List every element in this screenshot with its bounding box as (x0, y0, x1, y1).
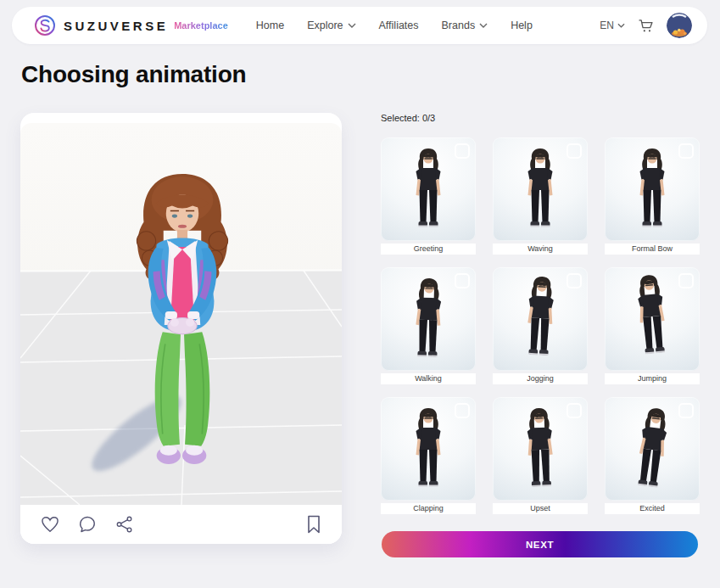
bookmark-icon (306, 515, 321, 534)
comment-icon (78, 515, 97, 534)
chevron-down-icon (617, 23, 625, 28)
brand-name: SUZUVERSE (64, 19, 168, 33)
nav-explore[interactable]: Explore (307, 20, 355, 31)
character-viewport-3d[interactable] (20, 123, 342, 505)
preview-action-bar (20, 505, 342, 544)
select-checkbox[interactable] (455, 273, 470, 288)
chevron-down-icon (479, 23, 488, 28)
animation-option-upset: Upset (493, 397, 588, 514)
suzuverse-logo-icon (34, 14, 56, 36)
user-avatar[interactable] (667, 13, 692, 38)
animation-option-clapping: Clapping (381, 397, 476, 514)
nav-brands-label: Brands (442, 20, 476, 31)
thumbnail-excited[interactable] (605, 397, 700, 501)
language-label: EN (600, 20, 614, 31)
character-figure (622, 272, 680, 361)
thumbnail-clapping[interactable] (381, 397, 476, 501)
character-figure (513, 275, 568, 362)
thumbnail-jumping[interactable] (605, 267, 700, 371)
animation-option-excited: Excited (605, 397, 700, 514)
nav-help[interactable]: Help (511, 20, 533, 31)
nav-explore-label: Explore (307, 20, 343, 31)
animation-option-jumping: Jumping (605, 267, 700, 384)
select-checkbox[interactable] (678, 143, 694, 159)
thumbnail-label: Jumping (605, 373, 700, 384)
nav-affiliates[interactable]: Affiliates (379, 20, 419, 31)
chevron-down-icon (348, 23, 356, 28)
nav-affiliates-label: Affiliates (379, 20, 419, 31)
select-checkbox[interactable] (567, 273, 582, 288)
thumbnail-label: Greeting (381, 244, 476, 255)
thumbnail-waving[interactable] (493, 137, 588, 241)
thumbnail-label: Upset (493, 503, 588, 514)
avatar-image (667, 13, 692, 38)
thumbnail-greeting[interactable] (381, 137, 476, 241)
nav-brands[interactable]: Brands (442, 20, 488, 31)
share-button[interactable] (115, 515, 134, 534)
animation-option-formal-bow: Formal Bow (605, 137, 700, 255)
select-checkbox[interactable] (678, 273, 694, 288)
preview-character (109, 172, 256, 468)
heart-icon (41, 516, 59, 533)
character-figure (402, 277, 455, 363)
select-checkbox[interactable] (455, 403, 470, 418)
main-nav: Home Explore Affiliates Brands Help (256, 20, 533, 31)
brand-subtitle: Marketplace (174, 20, 228, 31)
select-checkbox[interactable] (678, 403, 694, 418)
character-figure (622, 405, 683, 496)
nav-home[interactable]: Home (256, 20, 284, 31)
next-button[interactable]: NEXT (382, 531, 698, 557)
thumbnail-walking[interactable] (381, 267, 476, 371)
thumbnail-jogging[interactable] (493, 267, 588, 371)
shopping-cart-icon (637, 17, 655, 35)
animation-option-waving: Waving (493, 137, 588, 255)
thumbnail-label: Clapping (381, 503, 476, 514)
share-icon (115, 515, 134, 534)
thumbnail-label: Excited (605, 503, 700, 514)
header: SUZUVERSE Marketplace Home Explore Affil… (12, 7, 707, 44)
character-figure (403, 148, 454, 232)
preview-card (20, 113, 342, 544)
thumbnail-label: Walking (381, 373, 476, 384)
bookmark-button[interactable] (306, 515, 321, 534)
character-figure (627, 148, 678, 232)
character-figure (403, 407, 454, 492)
character-figure (515, 148, 566, 232)
brand-logo[interactable]: SUZUVERSE Marketplace (34, 14, 228, 36)
thumbnail-label: Jogging (493, 373, 588, 384)
comment-button[interactable] (78, 515, 97, 534)
animation-option-walking: Walking (381, 267, 476, 384)
nav-help-label: Help (511, 20, 533, 31)
animation-option-greeting: Greeting (381, 137, 476, 255)
page-title: Choosing animation (21, 61, 247, 88)
language-selector[interactable]: EN (600, 20, 625, 31)
animation-option-jogging: Jogging (493, 267, 588, 384)
thumbnail-label: Waving (493, 244, 588, 255)
nav-home-label: Home (256, 20, 284, 31)
thumbnail-label: Formal Bow (605, 244, 700, 255)
like-button[interactable] (41, 516, 59, 533)
character-figure (513, 406, 567, 493)
animation-grid: Greeting Waving Formal Bow Walking (381, 137, 700, 514)
marketplace-page: SUZUVERSE Marketplace Home Explore Affil… (0, 0, 720, 588)
select-checkbox[interactable] (567, 403, 582, 418)
thumbnail-formal-bow[interactable] (605, 137, 700, 241)
selected-counter: Selected: 0/3 (381, 113, 435, 123)
thumbnail-upset[interactable] (493, 397, 588, 501)
select-checkbox[interactable] (567, 143, 582, 159)
select-checkbox[interactable] (455, 143, 470, 159)
cart-button[interactable] (637, 17, 655, 35)
header-right: EN (600, 13, 692, 38)
